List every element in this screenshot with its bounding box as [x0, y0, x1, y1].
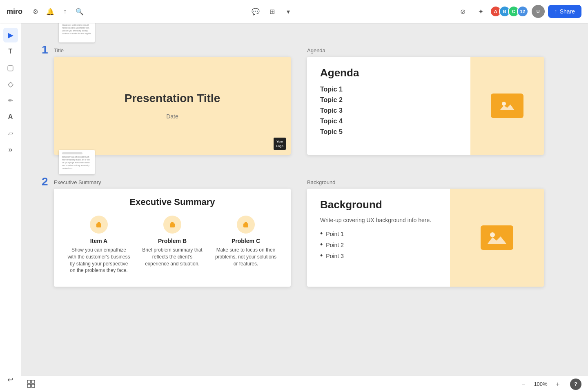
zoom-level: 100% — [532, 381, 549, 387]
bg-title: Background — [320, 198, 437, 211]
zoom-in-button[interactable]: + — [552, 379, 564, 390]
bg-desc: Write-up covering UX background info her… — [320, 216, 437, 225]
settings-icon[interactable]: ⚙ — [29, 5, 42, 18]
bg-image-area — [450, 189, 544, 287]
logo-placeholder: Your Logo — [274, 138, 286, 150]
bg-point-1: Point 1 — [320, 229, 437, 238]
bg-point-2: Point 2 — [320, 241, 437, 249]
star-icon[interactable]: ✦ — [474, 5, 488, 18]
filter-icon[interactable]: ⊘ — [457, 5, 470, 18]
current-user-avatar: U — [532, 5, 545, 18]
upload-icon[interactable]: ↑ — [58, 5, 71, 18]
bg-content: Background Write-up covering UX backgrou… — [307, 189, 450, 287]
bottombar: − 100% + ? — [21, 376, 588, 392]
page-control — [21, 376, 41, 392]
svg-point-1 — [502, 102, 506, 106]
slide-bg-block: Background Background Write-up covering … — [307, 179, 544, 287]
app-logo[interactable]: miro — [7, 7, 22, 16]
slide-agenda[interactable]: Agenda Topic 1 Topic 2 Topic 3 Topic 4 T… — [307, 57, 544, 155]
sidebar-tool-undo[interactable]: ↩ — [3, 372, 18, 387]
bg-point-3: Point 3 — [320, 252, 437, 260]
search-icon[interactable]: 🔍 — [73, 5, 86, 18]
agenda-content: Agenda Topic 1 Topic 2 Topic 3 Topic 4 T… — [307, 57, 470, 155]
select-icon: ▶ — [8, 31, 13, 40]
svg-rect-7 — [171, 222, 174, 224]
help-button[interactable]: ? — [570, 379, 581, 390]
section-1: 1 Images or solid colors should not be u… — [54, 47, 544, 155]
slide-exec[interactable]: Executive Summary Item A Show you can em… — [54, 189, 291, 287]
dropdown-button[interactable]: ▾ — [281, 4, 296, 19]
slide-background[interactable]: Background Write-up covering UX backgrou… — [307, 189, 544, 287]
share-label: Share — [560, 8, 575, 15]
agenda-title: Agenda — [320, 67, 457, 79]
slide-title[interactable]: Presentation Title Date Your Logo — [54, 57, 291, 155]
svg-rect-15 — [27, 384, 31, 388]
zoom-out-button[interactable]: − — [518, 379, 529, 390]
agenda-image-area — [470, 57, 544, 155]
agenda-item-5: Topic 5 — [320, 128, 457, 136]
share-button[interactable]: ↑ Share — [548, 5, 581, 18]
pages-icon[interactable] — [26, 379, 36, 389]
frame-icon: ▱ — [8, 129, 13, 137]
exec-items: Item A Show you can empathize with the c… — [67, 216, 278, 274]
board-view-button[interactable]: ⊞ — [265, 4, 279, 19]
svg-rect-0 — [498, 99, 516, 113]
svg-rect-4 — [98, 222, 100, 224]
logo-line2: Logo — [276, 144, 283, 148]
agenda-item-3: Topic 3 — [320, 107, 457, 114]
sticky-icon: ▢ — [7, 63, 14, 72]
exec-item-b-desc: Brief problem summary that reflects the … — [140, 247, 204, 267]
svg-rect-10 — [245, 222, 247, 224]
title-slide-heading: Presentation Title — [125, 92, 220, 105]
share-icon: ↑ — [555, 8, 557, 15]
section-number-1: 1 — [42, 43, 48, 56]
notifications-icon[interactable]: 🔔 — [44, 5, 57, 18]
pen-icon: ✏ — [8, 97, 13, 104]
exec-item-c-desc: Make sure to focus on their problems, no… — [214, 247, 278, 267]
svg-rect-13 — [27, 380, 31, 383]
exec-item-b-title: Problem B — [140, 238, 204, 244]
exec-icon-c — [237, 216, 255, 234]
sidebar-tool-select[interactable]: ▶ — [3, 28, 18, 42]
agenda-item-1: Topic 1 — [320, 86, 457, 93]
slide-exec-block: Executive Summary Executive Summary Item… — [54, 179, 291, 287]
exec-icon-a — [90, 216, 108, 234]
avatar-stack: A B C 12 — [492, 6, 528, 17]
agenda-item-2: Topic 2 — [320, 96, 457, 104]
svg-point-12 — [490, 232, 495, 237]
connector-icon: A — [8, 113, 13, 120]
slide-exec-label: Executive Summary — [54, 179, 291, 185]
exec-item-a-desc: Show you can empathize with the customer… — [67, 247, 131, 274]
svg-rect-14 — [31, 380, 35, 383]
avatar-count: 12 — [517, 6, 528, 17]
canvas-area: 1 Images or solid colors should not be u… — [21, 23, 588, 376]
exec-item-a-title: Item A — [67, 238, 131, 244]
sidebar-tool-pen[interactable]: ✏ — [3, 93, 18, 108]
undo-icon: ↩ — [7, 375, 13, 384]
more-icon: » — [8, 145, 12, 154]
bg-image-icon — [481, 225, 513, 250]
comment-button[interactable]: 💬 — [248, 4, 263, 19]
sidebar-tool-more[interactable]: » — [3, 142, 18, 157]
slide-agenda-label: Agenda — [307, 47, 544, 53]
section-number-2: 2 — [42, 175, 48, 188]
sidebar-tool-sticky[interactable]: ▢ — [3, 60, 18, 75]
sidebar-tool-connector[interactable]: A — [3, 109, 18, 124]
sidebar-tool-shapes[interactable]: ◇ — [3, 77, 18, 91]
canvas-content: 1 Images or solid colors should not be u… — [54, 47, 544, 311]
toolbar-center: 💬 ⊞ ▾ — [248, 4, 296, 19]
exec-title: Executive Summary — [67, 197, 278, 207]
exec-item-b: Problem B Brief problem summary that ref… — [140, 216, 204, 274]
exec-item-c: Problem C Make sure to focus on their pr… — [214, 216, 278, 274]
section-2: 2 Simplicity can often add much more mea… — [54, 179, 544, 287]
thumb-line-2 — [62, 152, 82, 154]
sidebar-tool-frame[interactable]: ▱ — [3, 126, 18, 140]
exec-icon-b — [163, 216, 181, 234]
agenda-image-icon — [491, 94, 523, 118]
slide-title-label: Title — [54, 47, 291, 53]
slide-agenda-block: Agenda Agenda Topic 1 Topic 2 Topic 3 To… — [307, 47, 544, 155]
sidebar-tool-text[interactable]: T — [3, 44, 18, 59]
shapes-icon: ◇ — [8, 80, 13, 89]
exec-item-a: Item A Show you can empathize with the c… — [67, 216, 131, 274]
bg-points: Point 1 Point 2 Point 3 — [320, 229, 437, 260]
